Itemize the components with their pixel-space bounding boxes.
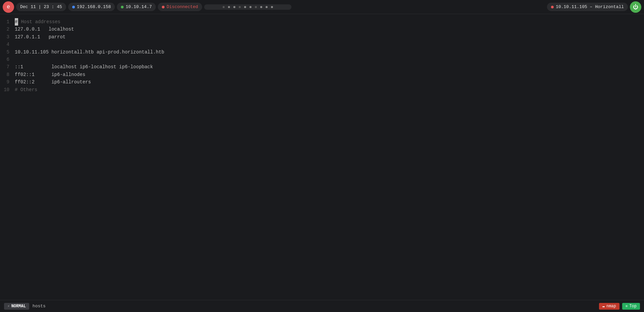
datetime-label: Dec 11 | 23 : 45 [20,4,62,9]
statusbar: ⚡ NORMAL hosts ▬ nmap ≡ Top [0,300,644,312]
code-line-3: 127.0.1.1 parrot [13,33,644,41]
line-number-10: 10 [0,86,9,93]
code-line-10: # Others [13,86,644,93]
line-number-6: 6 [0,56,9,63]
code-line-7: ::1 localhost ip6-localhost ip6-loopback [13,63,644,71]
vpn-ip-button[interactable]: 10.10.14.7 [117,3,156,11]
target-label: 10.10.11.105 – Horizontall [556,4,624,9]
line-number-1: 1 [0,18,9,26]
local-ip-status-dot [72,6,75,8]
statusbar-right: ▬ nmap ≡ Top [599,303,640,310]
dot-3 [233,6,235,8]
code-line-5: 10.10.11.105 horizontall.htb api-prod.ho… [13,48,644,56]
local-ip-button[interactable]: 192.168.0.158 [68,3,115,11]
line-number-9: 9 [0,78,9,86]
local-ip-label: 192.168.0.158 [77,4,111,9]
line-number-7: 7 [0,63,9,71]
top-pill-label: Top [629,304,637,309]
dot-7 [255,6,257,8]
dot-8 [260,6,262,8]
line-numbers-gutter: 12345678910 [0,14,13,300]
code-line-2: 127.0.0.1 localhost [13,26,644,33]
dot-6 [249,6,251,8]
nmap-pill[interactable]: ▬ nmap [599,303,619,310]
app-icon-button[interactable]: e [3,1,14,13]
mode-icon: ⚡ [7,304,10,308]
disconnect-status-dot [162,6,165,8]
app-logo: e [7,4,10,10]
line-number-5: 5 [0,48,9,56]
dot-1 [223,6,225,8]
code-line-1: # Host addresses [13,18,644,26]
dot-9 [266,6,268,8]
disconnected-button[interactable]: Disconnected [158,3,202,11]
nmap-pill-label: nmap [606,304,616,309]
target-button[interactable]: 10.10.11.105 – Horizontall [547,3,628,11]
filename-label: hosts [33,304,46,309]
topbar: e Dec 11 | 23 : 45 192.168.0.158 10.10.1… [0,0,644,14]
top-pill-icon: ≡ [626,304,628,308]
line-number-8: 8 [0,71,9,78]
line-number-4: 4 [0,41,9,48]
code-line-8: ff02::1 ip6-allnodes [13,71,644,78]
code-content[interactable]: # Host addresses127.0.0.1 localhost127.0… [13,14,644,300]
vpn-ip-label: 10.10.14.7 [126,4,152,9]
dots-indicator-button[interactable] [204,4,291,10]
power-button[interactable]: ⏻ [630,1,641,13]
target-status-dot [551,6,554,8]
line-number-2: 2 [0,26,9,33]
mode-label: NORMAL [11,304,26,309]
top-pill[interactable]: ≡ Top [622,303,640,310]
connection-status-label: Disconnected [167,4,198,9]
dot-4 [239,6,241,8]
dot-2 [228,6,230,8]
vpn-status-dot [121,6,124,8]
code-line-9: ff02::2 ip6-allrouters [13,78,644,86]
mode-badge: ⚡ NORMAL [4,303,29,310]
editor-area: 12345678910 # Host addresses127.0.0.1 lo… [0,14,644,300]
power-icon: ⏻ [633,4,638,10]
line-number-3: 3 [0,33,9,41]
code-line-6 [13,56,644,63]
nmap-pill-icon: ▬ [602,304,605,308]
code-line-4 [13,41,644,48]
cursor-block: # [15,18,18,26]
dot-10 [271,6,273,8]
datetime-button[interactable]: Dec 11 | 23 : 45 [16,3,66,11]
dot-5 [244,6,246,8]
